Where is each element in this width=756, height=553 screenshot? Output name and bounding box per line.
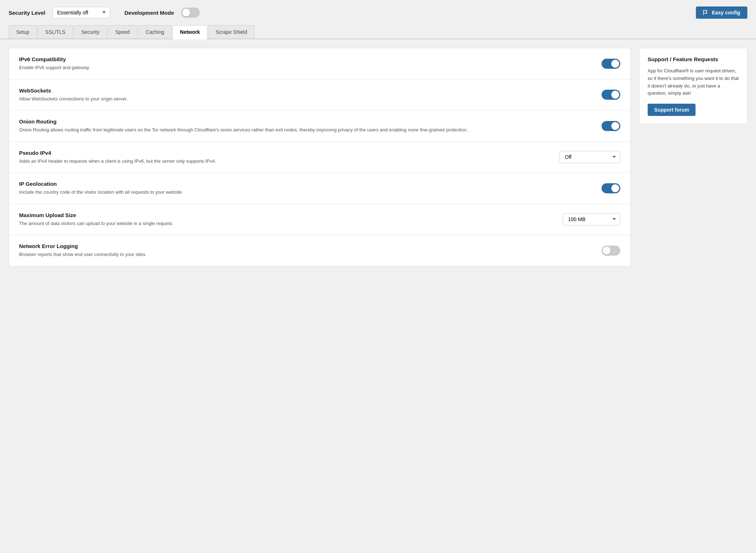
ip-geolocation-toggle[interactable] bbox=[602, 183, 620, 193]
setting-title-ip-geolocation: IP Geolocation bbox=[19, 181, 587, 187]
setting-desc-network-error-logging: Browser reports that show end user conne… bbox=[19, 251, 587, 258]
flag-icon bbox=[703, 10, 709, 15]
main-content: IPv6 Compatibility Enable IPv6 support a… bbox=[0, 39, 756, 275]
settings-panel: IPv6 Compatibility Enable IPv6 support a… bbox=[9, 48, 631, 266]
tab-setup[interactable]: Setup bbox=[9, 25, 37, 39]
setting-title-ipv6: IPv6 Compatibility bbox=[19, 56, 587, 62]
setting-info-max-upload: Maximum Upload Size The amount of data v… bbox=[19, 212, 563, 227]
setting-title-onion-routing: Onion Routing bbox=[19, 118, 587, 125]
setting-info-pseudo-ipv4: Pseudo IPv4 Adds an IPv4 header to reque… bbox=[19, 150, 559, 165]
setting-control-pseudo-ipv4: Off Add Header Overwrite Headers bbox=[559, 151, 620, 163]
setting-desc-max-upload: The amount of data visitors can upload t… bbox=[19, 220, 548, 227]
easy-config-button[interactable]: Easy config bbox=[696, 6, 747, 19]
easy-config-label: Easy config bbox=[712, 10, 740, 15]
network-error-logging-toggle[interactable] bbox=[602, 246, 620, 256]
setting-row-ip-geolocation: IP Geolocation Include the country code … bbox=[9, 173, 630, 204]
dev-mode-slider bbox=[181, 8, 200, 18]
setting-control-ip-geolocation bbox=[602, 183, 620, 193]
tab-speed[interactable]: Speed bbox=[108, 25, 137, 39]
top-bar: Security Level Essentially off Low Mediu… bbox=[0, 0, 756, 25]
tab-scrape-shield[interactable]: Scrape Shield bbox=[208, 25, 255, 39]
setting-title-max-upload: Maximum Upload Size bbox=[19, 212, 548, 218]
setting-info-network-error-logging: Network Error Logging Browser reports th… bbox=[19, 243, 602, 258]
setting-row-ipv6: IPv6 Compatibility Enable IPv6 support a… bbox=[9, 48, 630, 80]
setting-control-websockets bbox=[602, 90, 620, 100]
sidebar-card: Support / Feature Requests App for Cloud… bbox=[639, 48, 747, 266]
pseudo-ipv4-dropdown[interactable]: Off Add Header Overwrite Headers bbox=[559, 151, 620, 163]
setting-desc-pseudo-ipv4: Adds an IPv4 header to requests when a c… bbox=[19, 158, 545, 165]
ip-geolocation-slider bbox=[602, 183, 620, 193]
setting-control-ipv6 bbox=[602, 59, 620, 69]
setting-info-ipv6: IPv6 Compatibility Enable IPv6 support a… bbox=[19, 56, 602, 71]
tab-ssl-tls[interactable]: SSL/TLS bbox=[38, 25, 73, 39]
setting-row-max-upload: Maximum Upload Size The amount of data v… bbox=[9, 204, 630, 235]
setting-row-websockets: WebSockets Allow WebSockets connections … bbox=[9, 80, 630, 111]
tab-caching[interactable]: Caching bbox=[138, 25, 172, 39]
setting-control-onion-routing bbox=[602, 121, 620, 131]
support-card-title: Support / Feature Requests bbox=[648, 56, 739, 62]
websockets-toggle[interactable] bbox=[602, 90, 620, 100]
setting-row-onion-routing: Onion Routing Onion Routing allows routi… bbox=[9, 111, 630, 142]
setting-control-max-upload: 100 MB 125 MB 150 MB 200 MB 500 MB bbox=[563, 213, 620, 225]
ipv6-slider bbox=[602, 59, 620, 69]
setting-info-onion-routing: Onion Routing Onion Routing allows routi… bbox=[19, 118, 602, 134]
tabs-bar: Setup SSL/TLS Security Speed Caching Net… bbox=[0, 25, 756, 39]
security-level-label: Security Level bbox=[9, 10, 45, 16]
ipv6-toggle[interactable] bbox=[602, 59, 620, 69]
onion-routing-slider bbox=[602, 121, 620, 131]
setting-control-network-error-logging bbox=[602, 246, 620, 256]
setting-info-ip-geolocation: IP Geolocation Include the country code … bbox=[19, 181, 602, 196]
setting-info-websockets: WebSockets Allow WebSockets connections … bbox=[19, 87, 602, 103]
max-upload-dropdown[interactable]: 100 MB 125 MB 150 MB 200 MB 500 MB bbox=[563, 213, 620, 225]
setting-title-pseudo-ipv4: Pseudo IPv4 bbox=[19, 150, 545, 156]
tab-network[interactable]: Network bbox=[172, 25, 207, 39]
support-card-text: App for Cloudflare® is user request driv… bbox=[648, 67, 739, 97]
websockets-slider bbox=[602, 90, 620, 100]
dev-mode-label: Development Mode bbox=[125, 10, 174, 16]
setting-title-network-error-logging: Network Error Logging bbox=[19, 243, 587, 249]
onion-routing-toggle[interactable] bbox=[602, 121, 620, 131]
tab-security[interactable]: Security bbox=[74, 25, 107, 39]
support-card: Support / Feature Requests App for Cloud… bbox=[639, 48, 747, 124]
setting-row-pseudo-ipv4: Pseudo IPv4 Adds an IPv4 header to reque… bbox=[9, 142, 630, 173]
setting-desc-ipv6: Enable IPv6 support and gateway. bbox=[19, 64, 587, 71]
setting-desc-onion-routing: Onion Routing allows routing traffic fro… bbox=[19, 126, 587, 134]
support-forum-button[interactable]: Support forum bbox=[648, 104, 696, 116]
setting-desc-websockets: Allow WebSockets connections to your ori… bbox=[19, 95, 587, 103]
setting-title-websockets: WebSockets bbox=[19, 87, 587, 94]
security-level-dropdown[interactable]: Essentially off Low Medium High I'm Unde… bbox=[53, 7, 110, 18]
dev-mode-toggle[interactable] bbox=[181, 8, 200, 18]
network-error-logging-slider bbox=[602, 246, 620, 256]
setting-desc-ip-geolocation: Include the country code of the visitor … bbox=[19, 189, 587, 196]
setting-row-network-error-logging: Network Error Logging Browser reports th… bbox=[9, 235, 630, 266]
